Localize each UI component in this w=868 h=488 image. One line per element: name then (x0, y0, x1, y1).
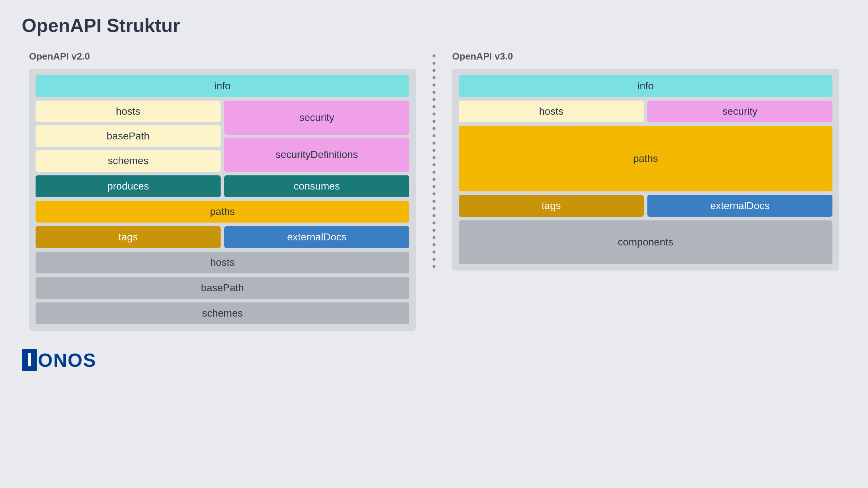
v2-hosts-top-block: hosts (36, 101, 221, 122)
divider-dot (433, 214, 435, 217)
divider-dot (433, 243, 435, 246)
v2-column: OpenAPI v2.0 info hosts basePath schemes… (22, 47, 423, 334)
v2-schemes-bottom-block: schemes (36, 302, 409, 324)
v3-hosts-block: hosts (459, 101, 644, 122)
logo-text: ONOS (38, 349, 96, 371)
divider-dot (433, 91, 435, 94)
v2-tags-block: tags (36, 226, 221, 248)
divider-dot (433, 251, 435, 253)
v2-tags-externaldocs-row: tags externalDocs (36, 226, 409, 248)
divider-dot (433, 221, 435, 224)
divider-dot (433, 265, 435, 268)
divider-dot (433, 134, 435, 137)
divider-dot (433, 69, 435, 72)
divider-dot (433, 185, 435, 188)
v3-tags-block: tags (459, 195, 644, 217)
divider-dot (433, 163, 435, 166)
divider-dot (433, 178, 435, 181)
v3-diagram: info hosts security paths tags externalD… (452, 69, 839, 271)
v2-schemes-top-block: schemes (36, 150, 221, 172)
divider-dot (433, 142, 435, 145)
divider-dot (433, 84, 435, 86)
v2-middle-row: hosts basePath schemes security security… (36, 101, 409, 172)
v3-tags-externaldocs-row: tags externalDocs (459, 195, 832, 217)
v2-produces-block: produces (36, 175, 221, 197)
divider-dot (433, 149, 435, 152)
divider-dot (433, 98, 435, 101)
v3-column: OpenAPI v3.0 info hosts security paths t… (445, 47, 846, 274)
v3-paths-block: paths (459, 126, 832, 191)
v2-produces-consumes-row: produces consumes (36, 175, 409, 197)
divider-dot (433, 200, 435, 203)
ionos-logo: I ONOS (22, 349, 846, 371)
divider-dot (433, 120, 435, 123)
divider-dot (433, 229, 435, 232)
v2-paths-block: paths (36, 201, 409, 223)
v2-securitydefinitions-block: securityDefinitions (224, 138, 409, 172)
logo-i-letter: I (22, 349, 37, 371)
v2-left-stack: hosts basePath schemes (36, 101, 221, 172)
divider-dot (433, 62, 435, 65)
divider-dot (433, 156, 435, 159)
columns-wrapper: OpenAPI v2.0 info hosts basePath schemes… (22, 47, 846, 334)
divider-dot (433, 192, 435, 195)
divider-dot (433, 236, 435, 239)
v2-right-stack: security securityDefinitions (224, 101, 409, 172)
v3-components-block: components (459, 220, 832, 264)
v2-basepath-bottom-block: basePath (36, 277, 409, 299)
v2-externaldocs-block: externalDocs (224, 226, 409, 248)
v2-security-block: security (224, 101, 409, 135)
v3-externaldocs-block: externalDocs (647, 195, 832, 217)
divider-dot (433, 113, 435, 115)
v2-info-block: info (36, 75, 409, 97)
column-divider (423, 47, 445, 275)
v2-diagram: info hosts basePath schemes security sec… (29, 69, 416, 331)
divider-dot (433, 127, 435, 130)
divider-dot (433, 54, 435, 57)
v3-security-block: security (647, 101, 832, 122)
v2-consumes-block: consumes (224, 175, 409, 197)
divider-dot (433, 207, 435, 210)
page-title: OpenAPI Struktur (22, 15, 846, 36)
divider-dot (433, 76, 435, 79)
v2-hosts-bottom-block: hosts (36, 252, 409, 273)
divider-dot (433, 171, 435, 174)
v2-basepath-top-block: basePath (36, 125, 221, 147)
v3-title: OpenAPI v3.0 (452, 51, 839, 62)
divider-dot (433, 105, 435, 108)
divider-dot (433, 258, 435, 261)
v3-hosts-security-row: hosts security (459, 101, 832, 122)
v2-title: OpenAPI v2.0 (29, 51, 416, 62)
v3-info-block: info (459, 75, 832, 97)
